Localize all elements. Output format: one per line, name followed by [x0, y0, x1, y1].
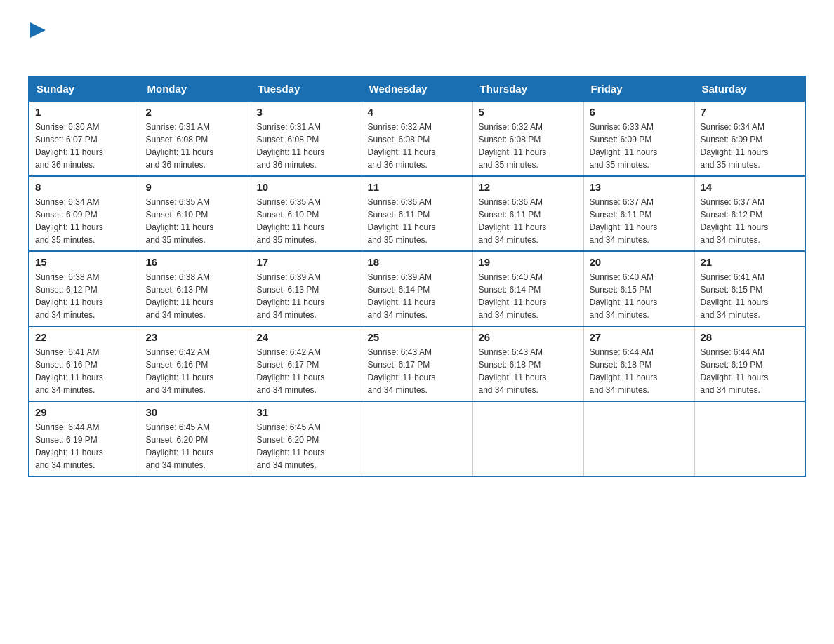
day-number: 25 — [368, 331, 467, 343]
day-number: 20 — [590, 256, 689, 268]
day-info: Sunrise: 6:31 AMSunset: 6:08 PMDaylight:… — [257, 121, 356, 171]
day-number: 1 — [35, 106, 134, 118]
day-info: Sunrise: 6:40 AMSunset: 6:15 PMDaylight:… — [590, 271, 689, 321]
calendar-cell: 3Sunrise: 6:31 AMSunset: 6:08 PMDaylight… — [251, 101, 362, 176]
day-info: Sunrise: 6:36 AMSunset: 6:11 PMDaylight:… — [479, 196, 578, 246]
day-number: 15 — [35, 256, 134, 268]
day-info: Sunrise: 6:35 AMSunset: 6:10 PMDaylight:… — [257, 196, 356, 246]
day-number: 11 — [368, 181, 467, 193]
calendar-cell — [583, 401, 694, 476]
day-header-saturday: Saturday — [694, 76, 805, 101]
day-number: 23 — [146, 331, 245, 343]
calendar-cell: 29Sunrise: 6:44 AMSunset: 6:19 PMDayligh… — [29, 401, 140, 476]
calendar-cell — [472, 401, 583, 476]
calendar-cell: 15Sunrise: 6:38 AMSunset: 6:12 PMDayligh… — [29, 251, 140, 326]
calendar-cell: 13Sunrise: 6:37 AMSunset: 6:11 PMDayligh… — [583, 176, 694, 251]
day-info: Sunrise: 6:41 AMSunset: 6:15 PMDaylight:… — [701, 271, 800, 321]
day-number: 24 — [257, 331, 356, 343]
day-info: Sunrise: 6:42 AMSunset: 6:17 PMDaylight:… — [257, 346, 356, 396]
calendar-cell — [362, 401, 472, 476]
day-number: 31 — [257, 406, 356, 418]
day-info: Sunrise: 6:39 AMSunset: 6:13 PMDaylight:… — [257, 271, 356, 321]
day-number: 17 — [257, 256, 356, 268]
calendar-body: 1Sunrise: 6:30 AMSunset: 6:07 PMDaylight… — [29, 101, 805, 476]
day-number: 7 — [701, 106, 800, 118]
day-number: 29 — [35, 406, 134, 418]
day-info: Sunrise: 6:45 AMSunset: 6:20 PMDaylight:… — [146, 421, 245, 471]
week-row-5: 29Sunrise: 6:44 AMSunset: 6:19 PMDayligh… — [29, 401, 805, 476]
day-number: 6 — [590, 106, 689, 118]
calendar-cell — [694, 401, 805, 476]
day-number: 8 — [35, 181, 134, 193]
calendar-cell: 1Sunrise: 6:30 AMSunset: 6:07 PMDaylight… — [29, 101, 140, 176]
calendar-cell: 28Sunrise: 6:44 AMSunset: 6:19 PMDayligh… — [694, 326, 805, 401]
day-info: Sunrise: 6:38 AMSunset: 6:12 PMDaylight:… — [35, 271, 134, 321]
day-info: Sunrise: 6:45 AMSunset: 6:20 PMDaylight:… — [257, 421, 356, 471]
day-header-sunday: Sunday — [29, 76, 140, 101]
day-number: 12 — [479, 181, 578, 193]
day-info: Sunrise: 6:38 AMSunset: 6:13 PMDaylight:… — [146, 271, 245, 321]
day-number: 14 — [701, 181, 800, 193]
day-info: Sunrise: 6:33 AMSunset: 6:09 PMDaylight:… — [590, 121, 689, 171]
calendar-cell: 16Sunrise: 6:38 AMSunset: 6:13 PMDayligh… — [140, 251, 251, 326]
day-number: 21 — [701, 256, 800, 268]
calendar-cell: 31Sunrise: 6:45 AMSunset: 6:20 PMDayligh… — [251, 401, 362, 476]
day-number: 22 — [35, 331, 134, 343]
week-row-1: 1Sunrise: 6:30 AMSunset: 6:07 PMDaylight… — [29, 101, 805, 176]
day-number: 28 — [701, 331, 800, 343]
calendar-cell: 30Sunrise: 6:45 AMSunset: 6:20 PMDayligh… — [140, 401, 251, 476]
day-info: Sunrise: 6:44 AMSunset: 6:18 PMDaylight:… — [590, 346, 689, 396]
day-info: Sunrise: 6:42 AMSunset: 6:16 PMDaylight:… — [146, 346, 245, 396]
day-number: 16 — [146, 256, 245, 268]
day-info: Sunrise: 6:32 AMSunset: 6:08 PMDaylight:… — [479, 121, 578, 171]
day-info: Sunrise: 6:44 AMSunset: 6:19 PMDaylight:… — [701, 346, 800, 396]
calendar-cell: 25Sunrise: 6:43 AMSunset: 6:17 PMDayligh… — [362, 326, 472, 401]
calendar-cell: 23Sunrise: 6:42 AMSunset: 6:16 PMDayligh… — [140, 326, 251, 401]
day-info: Sunrise: 6:43 AMSunset: 6:18 PMDaylight:… — [479, 346, 578, 396]
day-info: Sunrise: 6:39 AMSunset: 6:14 PMDaylight:… — [368, 271, 467, 321]
calendar-cell: 17Sunrise: 6:39 AMSunset: 6:13 PMDayligh… — [251, 251, 362, 326]
day-number: 26 — [479, 331, 578, 343]
day-info: Sunrise: 6:32 AMSunset: 6:08 PMDaylight:… — [368, 121, 467, 171]
calendar-cell: 19Sunrise: 6:40 AMSunset: 6:14 PMDayligh… — [472, 251, 583, 326]
day-number: 18 — [368, 256, 467, 268]
day-header-wednesday: Wednesday — [362, 76, 472, 101]
day-number: 19 — [479, 256, 578, 268]
day-header-friday: Friday — [583, 76, 694, 101]
svg-marker-0 — [30, 22, 46, 38]
day-number: 27 — [590, 331, 689, 343]
day-info: Sunrise: 6:35 AMSunset: 6:10 PMDaylight:… — [146, 196, 245, 246]
day-header-thursday: Thursday — [472, 76, 583, 101]
calendar-cell: 22Sunrise: 6:41 AMSunset: 6:16 PMDayligh… — [29, 326, 140, 401]
calendar-cell: 4Sunrise: 6:32 AMSunset: 6:08 PMDaylight… — [362, 101, 472, 176]
calendar-cell: 24Sunrise: 6:42 AMSunset: 6:17 PMDayligh… — [251, 326, 362, 401]
page-header — [28, 21, 806, 62]
day-info: Sunrise: 6:34 AMSunset: 6:09 PMDaylight:… — [35, 196, 134, 246]
day-number: 4 — [368, 106, 467, 118]
day-info: Sunrise: 6:30 AMSunset: 6:07 PMDaylight:… — [35, 121, 134, 171]
calendar-cell: 7Sunrise: 6:34 AMSunset: 6:09 PMDaylight… — [694, 101, 805, 176]
day-info: Sunrise: 6:43 AMSunset: 6:17 PMDaylight:… — [368, 346, 467, 396]
day-info: Sunrise: 6:34 AMSunset: 6:09 PMDaylight:… — [701, 121, 800, 171]
day-info: Sunrise: 6:37 AMSunset: 6:12 PMDaylight:… — [701, 196, 800, 246]
header-row: SundayMondayTuesdayWednesdayThursdayFrid… — [29, 76, 805, 101]
calendar-cell: 20Sunrise: 6:40 AMSunset: 6:15 PMDayligh… — [583, 251, 694, 326]
day-number: 13 — [590, 181, 689, 193]
week-row-3: 15Sunrise: 6:38 AMSunset: 6:12 PMDayligh… — [29, 251, 805, 326]
calendar-table: SundayMondayTuesdayWednesdayThursdayFrid… — [28, 76, 806, 477]
calendar-cell: 8Sunrise: 6:34 AMSunset: 6:09 PMDaylight… — [29, 176, 140, 251]
calendar-cell: 6Sunrise: 6:33 AMSunset: 6:09 PMDaylight… — [583, 101, 694, 176]
day-info: Sunrise: 6:31 AMSunset: 6:08 PMDaylight:… — [146, 121, 245, 171]
day-info: Sunrise: 6:36 AMSunset: 6:11 PMDaylight:… — [368, 196, 467, 246]
day-number: 30 — [146, 406, 245, 418]
day-info: Sunrise: 6:41 AMSunset: 6:16 PMDaylight:… — [35, 346, 134, 396]
calendar-cell: 2Sunrise: 6:31 AMSunset: 6:08 PMDaylight… — [140, 101, 251, 176]
day-number: 10 — [257, 181, 356, 193]
day-number: 9 — [146, 181, 245, 193]
week-row-4: 22Sunrise: 6:41 AMSunset: 6:16 PMDayligh… — [29, 326, 805, 401]
day-number: 2 — [146, 106, 245, 118]
week-row-2: 8Sunrise: 6:34 AMSunset: 6:09 PMDaylight… — [29, 176, 805, 251]
day-number: 3 — [257, 106, 356, 118]
logo-arrow-icon — [30, 22, 46, 38]
day-number: 5 — [479, 106, 578, 118]
